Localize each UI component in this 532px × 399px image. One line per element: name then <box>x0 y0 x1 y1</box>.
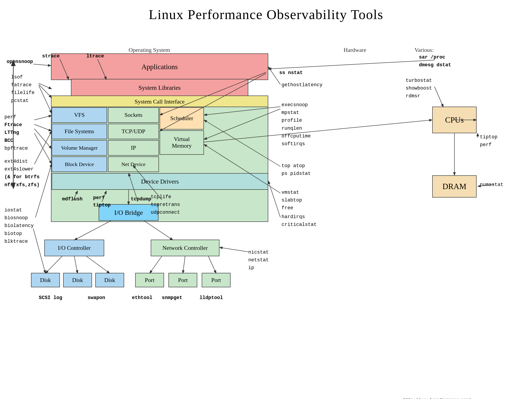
various-section-label: Various: <box>415 47 434 53</box>
svg-line-8 <box>39 84 52 98</box>
tool-opensnoop: opensnoop <box>7 59 33 64</box>
svg-line-42 <box>208 256 216 273</box>
tool-tcplife-group: tcplifetcpretransudpconnect <box>151 193 180 216</box>
layer-device-drivers: Device Drivers <box>52 173 268 190</box>
tool-gethostlatency: gethostlatency <box>282 82 323 88</box>
svg-line-7 <box>39 83 52 89</box>
box-tcpudp: TCP/UDP <box>108 124 159 139</box>
box-block-device: Block Device <box>52 157 107 172</box>
tool-sar-group: sar /procdmesg dstat <box>419 53 451 69</box>
layer-applications: Applications <box>51 53 268 80</box>
box-disk-3: Disk <box>95 273 124 287</box>
os-section-label: Operating System <box>129 47 170 53</box>
box-net-device: Net Device <box>108 157 159 172</box>
tool-tcpdump: tcpdump <box>131 196 151 202</box>
svg-line-12 <box>34 129 52 149</box>
tool-snmpget: snmpget <box>162 295 182 301</box>
svg-line-9 <box>39 86 52 113</box>
box-dram: DRAM <box>432 175 477 197</box>
tool-ltrace: ltrace <box>86 53 104 59</box>
svg-line-40 <box>150 256 162 273</box>
tool-scsi-log: SCSI log <box>39 295 62 301</box>
svg-line-27 <box>268 181 280 217</box>
svg-line-4 <box>33 64 51 66</box>
layer-system-libraries: System Libraries <box>71 79 248 97</box>
box-disk-2: Disk <box>63 273 92 287</box>
tool-nicstat-group: nicstatnetstatip <box>248 248 269 272</box>
tool-turbostat-group: turbostatshowboostrdmsr <box>406 77 432 100</box>
box-virtual-memory: VirtualMemory <box>160 130 204 155</box>
tool-ss-nstat: ss nstat <box>279 70 303 76</box>
box-vfs: VFS <box>52 107 107 123</box>
box-volume-manager: Volume Manager <box>52 140 107 156</box>
svg-line-39 <box>86 256 110 273</box>
svg-line-35 <box>74 221 111 240</box>
svg-line-37 <box>45 256 62 273</box>
box-sockets: Sockets <box>108 107 159 123</box>
tool-tiptop-perf: tiptopperf <box>480 133 497 149</box>
tool-top-atop: top atopps pidstat <box>282 162 311 177</box>
tool-hardirqs-group: hardirqscriticalstat <box>282 213 317 228</box>
svg-line-11 <box>34 124 52 131</box>
svg-line-22 <box>268 67 280 84</box>
tool-vmstat-group: vmstatslabtopfree <box>282 189 302 212</box>
svg-line-36 <box>144 221 173 240</box>
box-disk-1: Disk <box>31 273 60 287</box>
svg-line-43 <box>219 247 248 252</box>
box-scheduler: Scheduler <box>160 107 204 129</box>
tool-execsnoop-group: execsnoopmpstatprofilerunqlenoffcputimes… <box>282 101 311 148</box>
svg-line-45 <box>268 60 434 69</box>
tool-ext4-group: ext4distext4slower(& for btrfsnfs,xfs,zf… <box>4 158 39 189</box>
tool-strace: strace <box>42 53 60 59</box>
svg-line-41 <box>183 256 185 273</box>
tool-lsof-group: lsoffatracefilelifepcstat <box>11 73 35 105</box>
box-network-controller: Network Controller <box>151 240 219 256</box>
layer-system-call: System Call Interface <box>51 95 268 108</box>
website-label: http://www.brendangregg.com/linuxperf.ht… <box>403 397 470 399</box>
svg-line-38 <box>74 256 78 273</box>
box-cpus: CPUs <box>432 107 477 133</box>
tool-perf-tiptop: perftiptop <box>93 194 111 209</box>
box-filesystems: File Systems <box>52 124 107 139</box>
svg-line-10 <box>34 115 52 120</box>
tool-perf-group: perfFtraceLTTngBCCbpftrace <box>4 113 28 152</box>
box-ip: IP <box>108 140 159 156</box>
tool-lldptool: lldptool <box>200 295 223 301</box>
tool-ethtool: ethtool <box>132 295 152 301</box>
tool-mdflush: mdflush <box>62 196 82 202</box>
hw-section-label: Hardware <box>344 47 367 53</box>
box-port-3: Port <box>202 273 231 287</box>
tool-swapon: swapon <box>88 295 105 301</box>
box-port-1: Port <box>135 273 164 287</box>
tool-numastat: numastat <box>480 182 503 188</box>
svg-line-44 <box>33 228 45 273</box>
page-title: Linux Performance Observability Tools <box>0 0 532 22</box>
box-port-2: Port <box>168 273 197 287</box>
svg-line-28 <box>434 87 443 107</box>
tool-iostat-group: iostatbiosnoopbiolatencybiotopblktrace <box>4 206 34 245</box>
box-io-controller: I/O Controller <box>44 240 104 256</box>
